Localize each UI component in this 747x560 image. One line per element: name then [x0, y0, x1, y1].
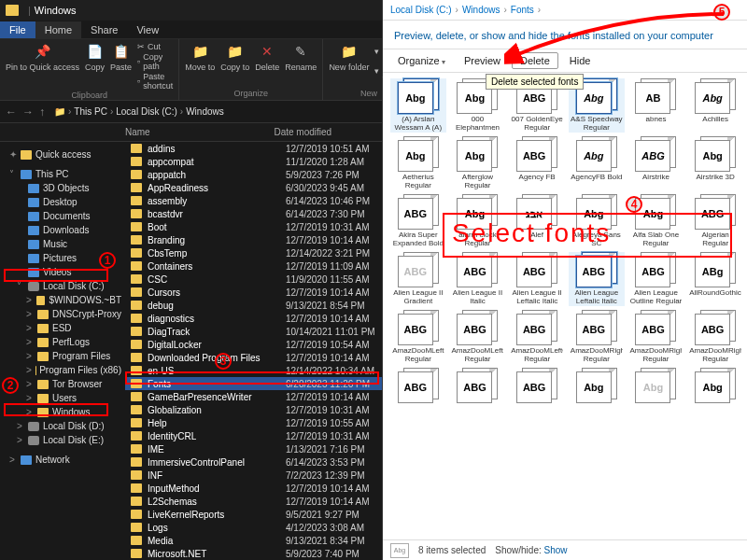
- font-card[interactable]: ABGAlien League II Italic: [450, 252, 506, 306]
- tree-localc[interactable]: ˅Local Disk (C:): [0, 279, 125, 293]
- file-row[interactable]: Branding12/7/2019 10:14 AM: [125, 233, 382, 246]
- file-row[interactable]: Cursors12/7/2019 10:14 AM: [125, 286, 382, 299]
- font-card[interactable]: ABG: [390, 368, 446, 422]
- tree-c-2[interactable]: >ESD: [0, 321, 125, 335]
- file-row[interactable]: bcastdvr6/14/2023 7:30 PM: [125, 207, 382, 220]
- tree-network[interactable]: >Network: [0, 453, 125, 467]
- back-icon[interactable]: ←: [6, 105, 17, 119]
- font-card[interactable]: ABGAlien League Leftalic Italic: [569, 252, 625, 306]
- font-card[interactable]: Abg: [628, 368, 684, 422]
- tree-c-6[interactable]: >Tor Browser: [0, 377, 125, 391]
- font-card[interactable]: AbgAlfa Slab One Regular: [628, 194, 684, 248]
- font-card[interactable]: ABGAlgerian Regular: [687, 194, 743, 248]
- file-row[interactable]: IME1/13/2021 7:16 PM: [125, 442, 382, 455]
- file-row[interactable]: GameBarPresenceWriter12/7/2019 10:14 AM: [125, 390, 382, 403]
- moveto-button[interactable]: 📁Move to: [185, 42, 215, 72]
- newfolder-button[interactable]: 📁New folder: [329, 42, 369, 80]
- column-headers[interactable]: Name Date modified: [0, 123, 382, 142]
- delete-button[interactable]: ✕Delete: [255, 42, 279, 72]
- file-row[interactable]: IdentityCRL12/7/2019 10:31 AM: [125, 429, 382, 442]
- file-row[interactable]: Help12/7/2019 10:55 AM: [125, 416, 382, 429]
- file-row[interactable]: L2Schemas12/7/2019 10:14 AM: [125, 495, 382, 508]
- file-row[interactable]: Containers12/7/2019 11:09 AM: [125, 259, 382, 273]
- tree-pc-3[interactable]: Downloads: [0, 223, 125, 237]
- font-card[interactable]: ABG: [509, 368, 565, 422]
- font-card[interactable]: ABG: [450, 368, 506, 422]
- font-card[interactable]: ABGAmazDooMRight Regular: [569, 310, 625, 364]
- copypath-button[interactable]: ▫ Copy path: [137, 52, 173, 71]
- tree-c-7[interactable]: >Users: [0, 391, 125, 405]
- file-row[interactable]: addins12/7/2019 10:51 AM: [125, 142, 382, 155]
- breadcrumb[interactable]: ← → ↑ 📁› This PC› Local Disk (C:)› Windo…: [0, 101, 382, 123]
- organize-button[interactable]: Organize: [390, 53, 453, 68]
- file-row[interactable]: Downloaded Program Files12/7/2019 10:14 …: [125, 351, 382, 364]
- tree-c-5[interactable]: >Program Files (x86): [0, 363, 125, 377]
- font-card[interactable]: AbgAirstrike 3D: [687, 136, 743, 190]
- font-card[interactable]: ABGAmazDooMLeft2 Regular: [450, 310, 506, 364]
- tab-view[interactable]: View: [127, 21, 168, 38]
- tab-share[interactable]: Share: [81, 21, 127, 38]
- file-row[interactable]: LiveKernelReports9/5/2021 9:27 PM: [125, 508, 382, 521]
- file-row[interactable]: DigitalLocker12/7/2019 10:54 AM: [125, 338, 382, 351]
- tree-pc-4[interactable]: Music: [0, 237, 125, 251]
- font-card[interactable]: ABGAirstrike: [628, 136, 684, 190]
- paste-button[interactable]: 📋Paste: [110, 42, 132, 91]
- tree-pc-1[interactable]: Desktop: [0, 195, 125, 209]
- file-row[interactable]: Logs4/12/2023 3:08 AM: [125, 521, 382, 534]
- tree-c-4[interactable]: >Program Files: [0, 349, 125, 363]
- tree-pc-6[interactable]: Videos: [0, 265, 125, 279]
- tree-c-8[interactable]: >Windows: [0, 405, 125, 419]
- preview-button[interactable]: Preview: [457, 53, 508, 68]
- pin-button[interactable]: 📌Pin to Quick access: [6, 42, 79, 91]
- file-row[interactable]: AppReadiness6/30/2023 9:45 AM: [125, 181, 382, 194]
- font-card[interactable]: AbgAetherius Regular: [390, 136, 446, 190]
- pasteshortcut-button[interactable]: ▫ Paste shortcut: [137, 72, 173, 91]
- font-card[interactable]: אבגAlef: [509, 194, 565, 248]
- file-row[interactable]: CSC11/9/2020 11:55 AM: [125, 273, 382, 286]
- file-row[interactable]: appcompat11/1/2020 1:28 AM: [125, 155, 382, 168]
- font-card[interactable]: ABGAlien League II Leftalic Italic: [509, 252, 565, 306]
- file-row[interactable]: INF7/2/2023 12:39 PM: [125, 469, 382, 482]
- copyto-button[interactable]: 📁Copy to: [220, 42, 249, 72]
- tree-locale[interactable]: >Local Disk (E:): [0, 433, 125, 447]
- file-row[interactable]: ImmersiveControlPanel6/14/2023 3:53 PM: [125, 455, 382, 469]
- font-card[interactable]: ABgAllRoundGothic-: [687, 252, 743, 306]
- tree-locald[interactable]: >Local Disk (D:): [0, 419, 125, 433]
- tree-thispc[interactable]: ˅This PC: [0, 167, 125, 181]
- file-row[interactable]: InputMethod12/7/2019 10:14 AM: [125, 482, 382, 495]
- forward-icon[interactable]: →: [22, 105, 34, 119]
- font-card[interactable]: ABGAmazDooMRightOutline Regular: [687, 310, 743, 364]
- file-row[interactable]: Media9/13/2021 8:34 PM: [125, 534, 382, 547]
- font-card[interactable]: ABGAkira Super Expanded Bold: [390, 194, 446, 248]
- file-row[interactable]: Boot12/7/2019 10:31 AM: [125, 220, 382, 233]
- font-card[interactable]: AbgAchilles: [687, 78, 743, 133]
- tree-c-1[interactable]: >DNSCrypt-Proxy: [0, 307, 125, 321]
- copy-button[interactable]: 📄Copy: [85, 42, 105, 91]
- tree-c-0[interactable]: >$WINDOWS.~BT: [0, 293, 125, 307]
- tree-c-3[interactable]: >PerfLogs: [0, 335, 125, 349]
- file-row[interactable]: apppatch5/9/2023 7:26 PM: [125, 168, 382, 181]
- font-card[interactable]: ABGAmazDooMLeft Regular: [390, 310, 446, 364]
- font-card[interactable]: ABGAlien League Outline Regular: [628, 252, 684, 306]
- font-card[interactable]: ABGAmazDooMRight2 Regular: [628, 310, 684, 364]
- tab-home[interactable]: Home: [35, 21, 81, 38]
- file-row[interactable]: Microsoft.NET5/9/2023 7:40 PM: [125, 547, 382, 560]
- up-icon[interactable]: ↑: [39, 105, 45, 119]
- tab-file[interactable]: File: [0, 21, 35, 38]
- file-row[interactable]: debug9/13/2021 8:54 PM: [125, 299, 382, 312]
- file-row[interactable]: Globalization12/7/2019 10:31 AM: [125, 403, 382, 416]
- font-card[interactable]: AbgAfterglow Regular: [450, 136, 506, 190]
- file-row[interactable]: Fonts6/20/2023 11:26 PM: [125, 377, 382, 390]
- file-row[interactable]: diagnostics12/7/2019 10:14 AM: [125, 312, 382, 325]
- font-card[interactable]: ABGAgency FB: [509, 136, 565, 190]
- fonts-breadcrumb[interactable]: Local Disk (C:)› Windows› Fonts›: [383, 0, 747, 21]
- font-card[interactable]: AbgAlegreya Sans SC: [569, 194, 625, 248]
- font-card[interactable]: Abg: [569, 368, 625, 422]
- font-card[interactable]: ABGAlien League II Gradient: [390, 252, 446, 306]
- file-row[interactable]: assembly6/14/2023 10:46 PM: [125, 194, 382, 207]
- cut-button[interactable]: ✂ Cut: [137, 42, 173, 51]
- tree-quick[interactable]: ✦Quick access: [0, 147, 125, 161]
- file-row[interactable]: en-US12/14/2022 10:34 AM: [125, 364, 382, 377]
- file-row[interactable]: CbsTemp12/14/2022 3:21 PM: [125, 246, 382, 259]
- hide-button[interactable]: Hide: [562, 53, 599, 68]
